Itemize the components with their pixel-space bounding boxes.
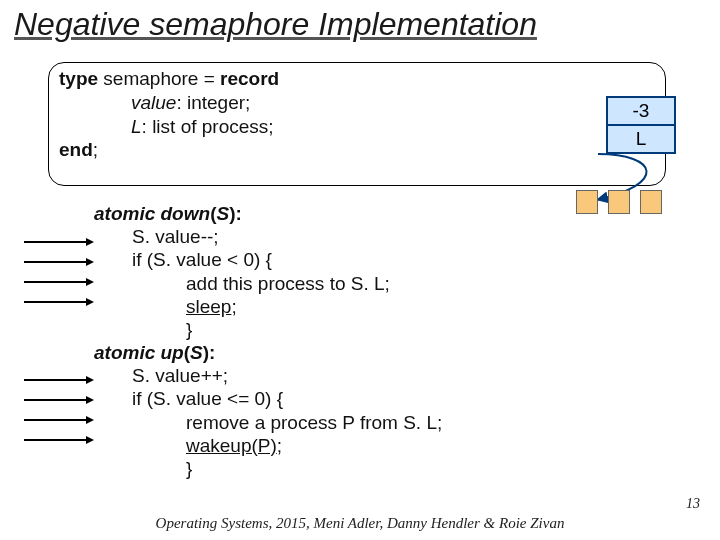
page-number: 13	[686, 496, 700, 512]
field-value: value: integer;	[59, 91, 655, 115]
code-line: }	[94, 457, 442, 480]
arrow-group-down	[24, 232, 104, 312]
code-line: wakeup(P);	[94, 434, 442, 457]
down-header: atomic down(S):	[94, 202, 442, 225]
field-list: L: list of process;	[59, 115, 655, 139]
field-value-name: value	[131, 92, 176, 113]
pseudocode: atomic down(S): S. value--; if (S. value…	[94, 202, 442, 480]
slide-footer: Operating Systems, 2015, Meni Adler, Dan…	[0, 515, 720, 532]
field-value-rest: : integer;	[176, 92, 250, 113]
code-line: remove a process P from S. L;	[94, 411, 442, 434]
record-keyword: record	[220, 68, 279, 89]
process-box	[576, 190, 598, 214]
code-line: if (S. value <= 0) {	[94, 387, 442, 410]
type-keyword: type	[59, 68, 98, 89]
type-mid: semaphore =	[98, 68, 220, 89]
process-boxes	[576, 190, 662, 214]
code-line: S. value++;	[94, 364, 442, 387]
slide-title: Negative semaphore Implementation	[0, 0, 720, 45]
code-line: if (S. value < 0) {	[94, 248, 442, 271]
diagram-value-cell: -3	[607, 97, 675, 125]
arrow-group-up	[24, 370, 104, 450]
code-line: }	[94, 318, 442, 341]
process-box	[608, 190, 630, 214]
code-line: S. value--;	[94, 225, 442, 248]
process-box	[640, 190, 662, 214]
field-list-name: L	[131, 116, 142, 137]
type-head: type semaphore = record	[59, 67, 655, 91]
up-header: atomic up(S):	[94, 341, 442, 364]
field-list-rest: : list of process;	[142, 116, 274, 137]
code-line: sleep;	[94, 295, 442, 318]
code-line: add this process to S. L;	[94, 272, 442, 295]
